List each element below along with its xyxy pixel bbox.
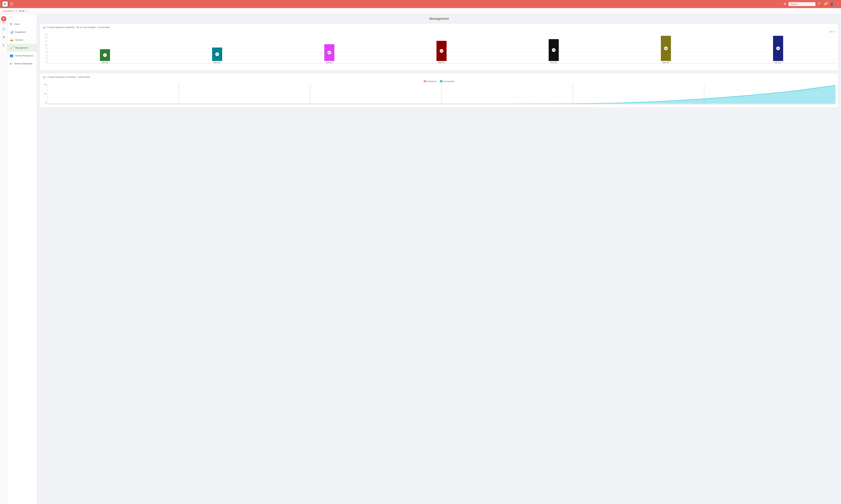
y-label-8: 8	[42, 47, 47, 49]
line-chart-body	[47, 84, 836, 105]
settings-icon[interactable]: ⚙	[784, 2, 786, 6]
user-profile-icon[interactable]: 👤	[830, 2, 834, 6]
search-input[interactable]	[789, 2, 816, 6]
filter-icon[interactable]: ▼	[26, 10, 28, 12]
legend-accumulated: Accumulated	[440, 80, 454, 82]
line-chart-svg	[48, 84, 836, 104]
page-title: Management	[40, 17, 838, 21]
chart-top10-label: Top 10	[42, 31, 836, 33]
sidebar-icon-strip: R Logout ◷ ⚙ ℹ	[0, 14, 7, 504]
bar-wrapper-AAA-001: 10AAA-001	[275, 44, 384, 64]
y-axis: 0 2 4 6 8 10 12 14 16	[42, 33, 47, 64]
chart-card-downtimes: 📊 2.1-Daily Downtimes in the Week - Curr…	[40, 73, 838, 108]
chart-card-availability: 📊 2.2-Daily Application Availability - T…	[40, 23, 838, 70]
nav-panel: ⤢ · ⊞ Costs 📊 Equipment 🥧 General 📈 Mana…	[7, 14, 37, 504]
breadcrumb-time: 00:08	[19, 10, 24, 12]
bar-label-AAA-003: AAA-003	[213, 62, 220, 64]
line-y-100: 100	[42, 93, 47, 95]
sidebar-item-services-requests[interactable]: ⊞ Services Requests	[7, 60, 37, 68]
sidebar-item-costs[interactable]: ⊞ Costs	[7, 20, 37, 28]
bar-BBB-001: 12	[436, 41, 447, 61]
topnav-right-section: ⚙ 🔍 🔔 0 👤 ⋮	[784, 2, 839, 6]
management-icon: 📈	[10, 46, 14, 50]
bar-wrapper-AAA-002: 15AAA-002	[611, 36, 721, 64]
top-navigation: E ☰ ⚙ 🔍 🔔 0 👤 ⋮	[0, 0, 841, 8]
y-label-4: 4	[42, 54, 47, 56]
info-icon[interactable]: ℹ	[1, 43, 6, 48]
human-resources-icon: 👥	[10, 54, 14, 57]
services-requests-icon: ⊞	[10, 62, 12, 65]
bar-chart-area: Top 10 0 2 4 6 8 10 12 14 16	[42, 31, 836, 68]
y-label-2: 2	[42, 58, 47, 60]
bar-number-AAA-002: 15	[664, 47, 668, 50]
bar-wrapper-CCC-001: 13CCC-001	[499, 39, 608, 64]
legend-downtimes-dot	[424, 80, 426, 82]
notification-badge: 0	[826, 1, 828, 4]
chart1-title-icon: 📊	[42, 26, 45, 29]
y-label-12: 12	[42, 40, 47, 42]
bar-number-EEE-001: 15	[776, 47, 780, 50]
bar-wrapper-BBB-001: 12BBB-001	[387, 41, 496, 64]
legend-downtimes-label: Downtimes	[427, 80, 436, 82]
bar-label-AAA-001: AAA-001	[326, 62, 332, 64]
expand-icon[interactable]: ⤢	[10, 16, 12, 19]
legend-downtimes: Downtimes	[424, 80, 436, 82]
chart2-title-icon: 📊	[42, 76, 45, 78]
bar-AAA-002: 15	[661, 36, 671, 61]
legend-accumulated-dot	[440, 80, 443, 82]
bar-number-BBB-001: 12	[440, 49, 443, 53]
user-initial: R	[1, 16, 6, 21]
logout-label[interactable]: Logout	[1, 22, 6, 23]
equipment-label: Equipment	[15, 31, 25, 33]
hamburger-menu[interactable]: ☰	[10, 2, 13, 6]
chart1-title: 📊 2.2-Daily Application Availability - T…	[42, 26, 836, 29]
nav-panel-header: ⤢ ·	[7, 14, 37, 20]
bar-number-DDD-001: 7	[103, 53, 107, 57]
line-y-axis: 80 100 120	[42, 84, 47, 104]
breadcrumb-dashboard[interactable]: Dashboard	[3, 10, 14, 12]
sidebar-item-equipment[interactable]: 📊 Equipment	[7, 28, 37, 36]
breadcrumb-bar: Dashboard ⏸ 00:08 ▼	[0, 8, 841, 14]
sidebar-item-management[interactable]: 📈 Management	[7, 44, 37, 52]
bar-AAA-001: 10	[324, 44, 334, 61]
general-label: General	[15, 39, 23, 41]
services-requests-label: Services Requests	[14, 62, 32, 65]
line-y-120: 120	[42, 84, 47, 86]
bar-number-AAA-001: 10	[327, 51, 331, 54]
more-options-icon[interactable]: ⋮	[836, 2, 839, 6]
line-y-80: 80	[42, 102, 47, 104]
gear-icon[interactable]: ⚙	[1, 35, 6, 40]
bar-AAA-003: 8	[212, 48, 222, 61]
bar-CCC-001: 13	[549, 39, 559, 61]
bar-label-CCC-001: CCC-001	[550, 62, 557, 64]
y-label-0: 0	[42, 61, 47, 63]
main-content: Management 📊 2.2-Daily Application Avail…	[37, 14, 841, 504]
pause-icon[interactable]: ⏸	[15, 10, 17, 12]
sidebar-item-general[interactable]: 🥧 General	[7, 36, 37, 44]
bar-label-BBB-001: BBB-001	[438, 62, 445, 64]
clock-icon[interactable]: ◷	[1, 26, 6, 32]
notification-bell-icon[interactable]: 🔔 0	[824, 2, 827, 6]
y-label-16: 16	[42, 33, 47, 35]
general-icon: 🥧	[10, 38, 14, 42]
sidebar-item-human-resources[interactable]: 👥 Human Resources	[7, 52, 37, 60]
search-icon[interactable]: 🔍	[818, 2, 822, 6]
bar-number-AAA-003: 8	[215, 52, 219, 56]
bar-EEE-001: 15	[773, 36, 783, 61]
human-resources-label: Human Resources	[15, 54, 33, 57]
bar-DDD-001: 7	[100, 49, 110, 61]
y-label-14: 14	[42, 37, 47, 39]
management-label: Management	[15, 47, 28, 49]
y-label-6: 6	[42, 51, 47, 53]
bar-wrapper-DDD-001: 7DDD-001	[50, 49, 160, 64]
nav-dot: ·	[34, 16, 35, 18]
equipment-icon: 📊	[10, 30, 14, 34]
app-logo: E	[2, 1, 8, 7]
bar-chart-bars: 7DDD-0018AAA-00310AAA-00112BBB-00113CCC-…	[48, 33, 836, 64]
bar-number-CCC-001: 13	[552, 48, 555, 52]
bar-wrapper-EEE-001: 15EEE-001	[723, 36, 833, 64]
chart2-title: 📊 2.1-Daily Downtimes in the Week - Curr…	[42, 76, 836, 78]
legend-accumulated-label: Accumulated	[444, 80, 454, 82]
user-avatar[interactable]: R Logout	[1, 16, 6, 23]
bar-wrapper-AAA-003: 8AAA-003	[162, 48, 272, 64]
